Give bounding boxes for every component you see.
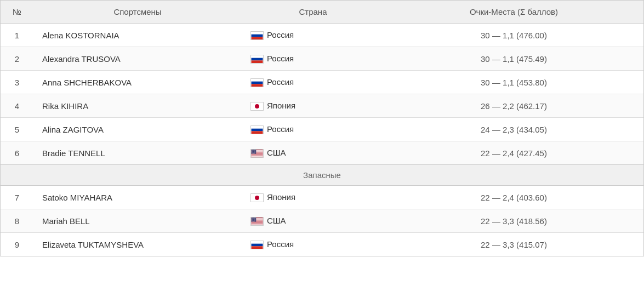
- cell-athlete: Rika KIHIRA: [33, 94, 242, 118]
- svg-rect-13: [252, 131, 263, 134]
- cell-num: 2: [1, 47, 33, 71]
- svg-point-55: [252, 218, 252, 219]
- svg-point-70: [255, 220, 256, 220]
- svg-point-31: [253, 151, 253, 152]
- cell-score: 22 — 2,4 (403.60): [384, 186, 643, 209]
- separator-label: Запасные: [1, 165, 643, 186]
- cell-country: США: [242, 141, 384, 165]
- svg-point-29: [255, 151, 256, 151]
- svg-point-65: [254, 219, 254, 220]
- cell-athlete: Bradie TENNELL: [33, 141, 242, 165]
- cell-score: 26 — 2,2 (462.17): [384, 94, 643, 118]
- svg-rect-78: [252, 241, 263, 244]
- svg-point-41: [255, 152, 255, 153]
- svg-point-28: [254, 151, 255, 151]
- svg-point-77: [254, 221, 255, 222]
- svg-rect-80: [252, 247, 263, 249]
- svg-rect-18: [252, 154, 263, 155]
- svg-point-59: [252, 219, 253, 219]
- svg-point-71: [252, 220, 252, 221]
- cell-score: 24 — 2,3 (434.05): [384, 118, 643, 141]
- svg-point-67: [252, 220, 253, 220]
- results-table: № Спортсмены Страна Очки-Места (Σ баллов…: [1, 1, 643, 256]
- table-body: 1Alena KOSTORNAIA Россия30 — 1,1 (476.00…: [1, 24, 643, 256]
- svg-point-63: [252, 219, 252, 220]
- svg-point-24: [254, 150, 254, 151]
- svg-point-68: [253, 220, 254, 220]
- cell-num: 1: [1, 24, 33, 47]
- svg-rect-1: [252, 35, 263, 37]
- svg-point-57: [254, 218, 254, 219]
- header-athlete: Спортсмены: [33, 1, 242, 24]
- cell-country: Россия: [242, 118, 384, 141]
- cell-country: США: [242, 209, 384, 233]
- cell-athlete: Alena KOSTORNAIA: [33, 24, 242, 47]
- table-row: 2Alexandra TRUSOVA Россия30 — 1,1 (475.4…: [1, 47, 643, 71]
- svg-rect-19: [252, 155, 263, 156]
- svg-rect-12: [252, 129, 263, 132]
- svg-rect-7: [252, 82, 263, 84]
- svg-rect-20: [252, 156, 263, 157]
- cell-num: 4: [1, 94, 33, 118]
- cell-num: 5: [1, 118, 33, 141]
- cell-num: 3: [1, 71, 33, 94]
- svg-point-44: [254, 153, 255, 153]
- table-row: 4Rika KIHIRA Япония26 — 2,2 (462.17): [1, 94, 643, 118]
- table-row: 6Bradie TENNELL: [1, 141, 643, 165]
- svg-point-75: [252, 221, 253, 222]
- cell-num: 9: [1, 233, 33, 256]
- svg-point-23: [253, 150, 253, 151]
- header-country: Страна: [242, 1, 384, 24]
- results-table-container: № Спортсмены Страна Очки-Места (Σ баллов…: [0, 0, 644, 256]
- separator-row: Запасные: [1, 165, 643, 186]
- svg-point-76: [253, 221, 254, 222]
- svg-point-38: [252, 152, 252, 153]
- svg-point-42: [252, 153, 253, 153]
- cell-country: Россия: [242, 233, 384, 256]
- svg-rect-52: [252, 223, 263, 224]
- svg-point-62: [255, 219, 256, 219]
- svg-point-34: [252, 152, 253, 152]
- cell-country: Россия: [242, 47, 384, 71]
- table-header-row: № Спортсмены Страна Очки-Места (Σ баллов…: [1, 1, 643, 24]
- svg-point-39: [253, 152, 253, 153]
- svg-point-27: [253, 151, 254, 151]
- cell-athlete: Alexandra TRUSOVA: [33, 47, 242, 71]
- svg-point-30: [252, 151, 252, 152]
- svg-rect-79: [252, 244, 263, 247]
- svg-point-10: [255, 104, 259, 108]
- cell-score: 30 — 1,1 (476.00): [384, 24, 643, 47]
- cell-country: Россия: [242, 24, 384, 47]
- table-row: 1Alena KOSTORNAIA Россия30 — 1,1 (476.00…: [1, 24, 643, 47]
- cell-athlete: Mariah BELL: [33, 209, 242, 233]
- svg-rect-11: [252, 126, 263, 129]
- cell-score: 22 — 2,4 (427.45): [384, 141, 643, 165]
- cell-athlete: Alina ZAGITOVA: [33, 118, 242, 141]
- cell-num: 8: [1, 209, 33, 233]
- svg-point-25: [255, 150, 255, 151]
- cell-score: 30 — 1,1 (453.80): [384, 71, 643, 94]
- svg-point-66: [255, 219, 255, 220]
- table-row: 9Elizaveta TUKTAMYSHEVA Россия22 — 3,3 (…: [1, 233, 643, 256]
- svg-point-74: [255, 220, 255, 221]
- cell-score: 30 — 1,1 (475.49): [384, 47, 643, 71]
- svg-rect-2: [252, 37, 263, 39]
- cell-athlete: Satoko MIYAHARA: [33, 186, 242, 209]
- header-num: №: [1, 1, 33, 24]
- svg-point-56: [253, 218, 253, 219]
- svg-point-64: [253, 219, 253, 220]
- table-row: 3Anna SHCHERBAKOVA Россия30 — 1,1 (453.8…: [1, 71, 643, 94]
- svg-rect-53: [252, 224, 263, 225]
- header-score: Очки-Места (Σ баллов): [384, 1, 643, 24]
- svg-point-69: [254, 220, 255, 220]
- svg-point-22: [252, 150, 252, 151]
- cell-score: 22 — 3,3 (415.07): [384, 233, 643, 256]
- svg-point-58: [255, 218, 255, 219]
- svg-point-73: [254, 220, 254, 221]
- cell-athlete: Elizaveta TUKTAMYSHEVA: [33, 233, 242, 256]
- table-row: 8Mariah BELL: [1, 209, 643, 233]
- svg-point-37: [255, 152, 256, 152]
- svg-rect-0: [252, 32, 263, 35]
- cell-num: 7: [1, 186, 33, 209]
- svg-rect-6: [252, 79, 263, 82]
